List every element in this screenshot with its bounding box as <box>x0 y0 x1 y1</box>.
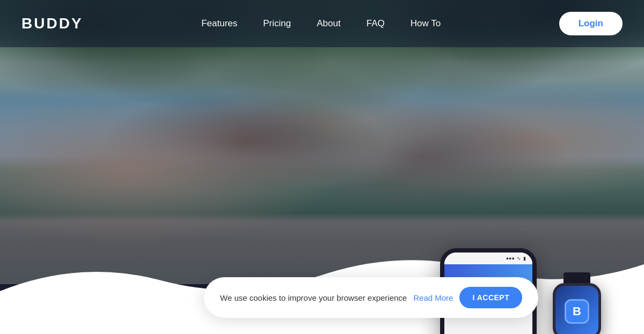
site-logo: BUDDY <box>21 15 83 32</box>
watch-screen: B <box>555 286 598 334</box>
nav-pricing[interactable]: Pricing <box>263 18 291 29</box>
nav-faq[interactable]: FAQ <box>367 18 385 29</box>
cookie-accept-button[interactable]: I ACCEPT <box>459 287 522 308</box>
cookie-banner: We use cookies to improve your browser e… <box>204 277 538 318</box>
cookie-read-more-link[interactable]: Read More <box>413 293 453 302</box>
phone-signal: ●●● <box>506 256 515 261</box>
nav-links: Features Pricing About FAQ How To <box>201 18 441 29</box>
phone-status-bar: ●●● ∿ ▮ <box>444 253 532 264</box>
watch-frame: B <box>553 283 601 334</box>
nav-about[interactable]: About <box>317 18 340 29</box>
watch-band-top <box>564 272 590 283</box>
login-button[interactable]: Login <box>559 12 623 35</box>
nav-howto[interactable]: How To <box>411 18 441 29</box>
phone-battery-icon: ▮ <box>523 256 526 261</box>
navbar: BUDDY Features Pricing About FAQ How To … <box>0 0 644 47</box>
cookie-message: We use cookies to improve your browser e… <box>220 293 407 302</box>
watch-logo: B <box>565 299 589 324</box>
phone-wifi-icon: ∿ <box>517 256 521 261</box>
nav-features[interactable]: Features <box>201 18 237 29</box>
watch-mockup: B <box>553 272 601 334</box>
